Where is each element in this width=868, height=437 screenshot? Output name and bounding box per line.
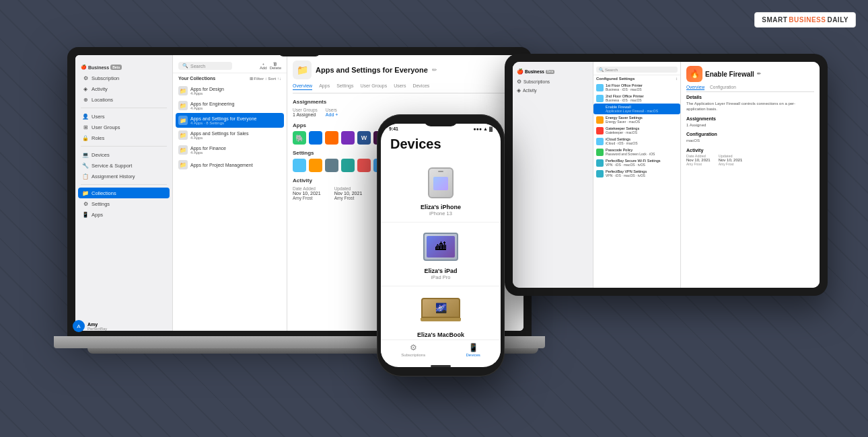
collection-icon: 📁 [178, 101, 188, 110]
sidebar-item-subscription[interactable]: ⚙ Subscription [75, 73, 172, 83]
detail-tabs: Overview Apps Settings User Groups Users… [293, 83, 518, 93]
tablet-sidebar-activity[interactable]: ◈ Activity [513, 86, 593, 95]
mac-sidebar: 🍎 Business Beta ⚙ Subscription ◈ Activit… [75, 55, 173, 331]
tab-users[interactable]: Users [394, 83, 406, 90]
tablet-content: 🔍 Search Configured Settings ↕ 1st Floor… [593, 62, 820, 288]
phone-device-iphone[interactable]: Eliza's iPhone iPhone 13 [381, 159, 501, 223]
sidebar-item-assignment[interactable]: 📋 Assignment History [75, 171, 172, 182]
sidebar-item-locations[interactable]: ⊕ Locations [75, 94, 172, 105]
iphone-image [421, 164, 461, 201]
sidebar-item-settings[interactable]: ⚙ Settings [75, 198, 172, 209]
tablet-logo: 🍎 Business Beta [513, 66, 593, 77]
macbook-lid: 🌌 [421, 298, 460, 318]
sidebar-item-usergroups[interactable]: ⊞ User Groups [75, 122, 172, 132]
apple-icon: 🍎 [81, 65, 87, 70]
sidebar-item-service[interactable]: 🔧 Service & Support [75, 160, 172, 171]
tab-usergroups[interactable]: User Groups [360, 83, 387, 90]
users-assignment: Users Add + [326, 108, 338, 117]
tablet-config-section: Configuration macOS [686, 132, 814, 143]
tablet-tab-overview[interactable]: Overview [686, 85, 704, 90]
signal-icon: ●●● [473, 126, 482, 131]
tablet-tab-configuration[interactable]: Configuration [710, 85, 736, 90]
configured-wifi[interactable]: PerfectBay Secure Wi-Fi Settings VPN · i… [593, 157, 680, 168]
collection-apps-sales[interactable]: 📁 Apps and Settings for Sales 4 Apps [173, 128, 287, 143]
ipad-name: Eliza's iPad [424, 268, 457, 274]
tab-apps[interactable]: Apps [319, 83, 330, 90]
phone-screen: 9:41 ●●● ▲ ▓ Devices [381, 124, 501, 367]
phone-title: Devices [381, 131, 501, 156]
edit-icon[interactable]: ✏ [757, 71, 761, 77]
wifi-text: PerfectBay Secure Wi-Fi Settings VPN · i… [606, 159, 661, 167]
usergroups-icon: ⊞ [82, 124, 89, 130]
collection-text: Apps for Finance 4 Apps [190, 146, 226, 155]
tablet-assignments-title: Assignments [686, 116, 814, 121]
collection-apps-project[interactable]: 📁 Apps for Project Management [173, 157, 287, 172]
configured-firewall[interactable]: Enable Firewall Application Layer Firewa… [593, 104, 680, 114]
tab-overview[interactable]: Overview [293, 83, 312, 90]
user-name: Amy [87, 322, 107, 327]
configured-energy[interactable]: Energy Saver Settings Energy Saver · mac… [593, 114, 680, 125]
iphone-name: Eliza's iPhone [421, 204, 461, 210]
collections-header: Your Collections ⊞ Filter ↕ Sort ↑↓ [173, 73, 287, 83]
tablet-body: 🍎 Business Beta ⚙ Subscriptions ◈ Activi… [505, 54, 828, 296]
gatekeeper-icon [596, 127, 604, 134]
macbook-base [421, 318, 461, 321]
user-role: PerfectBay [87, 327, 107, 331]
sidebar-item-collections[interactable]: 📁 Collections [78, 188, 170, 198]
user-info: Amy PerfectBay [87, 322, 107, 331]
tablet-detail-panel: 🔥 Enable Firewall ✏ Overview Configurati… [681, 62, 820, 288]
sidebar-item-apps[interactable]: 📱 Apps [75, 209, 172, 220]
sidebar-item-roles[interactable]: 🔒 Roles [75, 132, 172, 143]
sidebar-item-users[interactable]: 👤 Users [75, 111, 172, 122]
add-button[interactable]: + Add [260, 62, 267, 70]
configured-printer-1[interactable]: 1st Floor Office Printer Business · iOS … [593, 82, 680, 93]
configured-icloud[interactable]: iCloud Settings iCloud · iOS · macOS [593, 136, 680, 147]
tab-devices[interactable]: Devices [412, 83, 429, 90]
devices-tab-label: Devices [466, 353, 480, 357]
phone-device-macbook[interactable]: 🌌 Eliza's MacBook MacBook Pro 14" [381, 286, 501, 340]
user-avatar: A [75, 320, 85, 331]
detail-collection-icon: 📁 [293, 61, 312, 79]
service-icon: 🔧 [82, 162, 89, 169]
detail-title-row: 📁 Apps and Settings for Everyone ✏ [293, 61, 518, 79]
edit-pencil-icon[interactable]: ✏ [432, 67, 437, 73]
collection-apps-everyone[interactable]: 📁 Apps and Settings for Everyone 4 Apps … [176, 113, 284, 128]
firewall-detail-icon: 🔥 [686, 66, 702, 82]
configured-gatekeeper[interactable]: Gatekeeper Settings Gatekeeper · macOS [593, 125, 680, 136]
collection-text: Apps for Design 4 Apps [190, 87, 224, 95]
tablet-search[interactable]: 🔍 Search [596, 67, 678, 73]
home-indicator [431, 365, 451, 367]
phone-tab-devices[interactable]: 📱 Devices [466, 343, 480, 357]
delete-button[interactable]: 🗑 Delete [270, 62, 281, 70]
phone-status-icons: ●●● ▲ ▓ [473, 126, 493, 131]
collection-icon: 📁 [178, 145, 188, 155]
phone-device: 9:41 ●●● ▲ ▓ Devices [377, 114, 505, 376]
configured-passcode[interactable]: Passcode Policy Password and Screen Lock… [593, 147, 680, 157]
tablet-device: 🍎 Business Beta ⚙ Subscriptions ◈ Activi… [505, 54, 828, 296]
phone-tab-subscriptions[interactable]: ⚙ Subscriptions [401, 343, 425, 357]
laptop-notch [279, 51, 320, 56]
tablet-subscriptions-icon: ⚙ [517, 79, 521, 85]
app-blue-icon [309, 131, 322, 145]
add-users-link[interactable]: Add + [326, 112, 338, 117]
collection-apps-finance[interactable]: 📁 Apps for Finance 4 Apps [173, 143, 287, 157]
tablet-details-section: Details The Application Layer Firewall c… [686, 95, 814, 112]
roles-icon: 🔒 [82, 134, 89, 141]
tab-settings[interactable]: Settings [336, 83, 353, 90]
sidebar-item-activity[interactable]: ◈ Activity [75, 83, 172, 94]
configured-vpn[interactable]: PerfectBay VPN Settings VPN · iOS · macO… [593, 168, 680, 179]
search-bar[interactable]: 🔍 Search [178, 62, 232, 70]
tablet-screen: 🍎 Business Beta ⚙ Subscriptions ◈ Activi… [513, 62, 820, 288]
updated-col: Updated Nov 10, 2021 Amy Frost [334, 186, 363, 200]
filter-sort[interactable]: ⊞ Filter ↕ Sort ↑↓ [250, 76, 281, 81]
tablet-sidebar-subscriptions[interactable]: ⚙ Subscriptions [513, 77, 593, 86]
collection-apps-design[interactable]: 📁 Apps for Design 4 Apps [173, 83, 287, 98]
phone-device-ipad[interactable]: 🏙 Eliza's iPad iPad Pro [381, 223, 501, 286]
firewall-icon [596, 106, 604, 113]
configured-printer-2[interactable]: 2nd Floor Office Printer Business · iOS … [593, 93, 680, 104]
users-icon: 👤 [82, 113, 89, 120]
conf-filter-sort[interactable]: ↕ [676, 77, 678, 81]
sidebar-item-devices[interactable]: 💻 Devices [75, 149, 172, 160]
collection-apps-engineering[interactable]: 📁 Apps for Engineering 4 Apps [173, 98, 287, 113]
iphone-model: iPhone 13 [429, 210, 452, 216]
